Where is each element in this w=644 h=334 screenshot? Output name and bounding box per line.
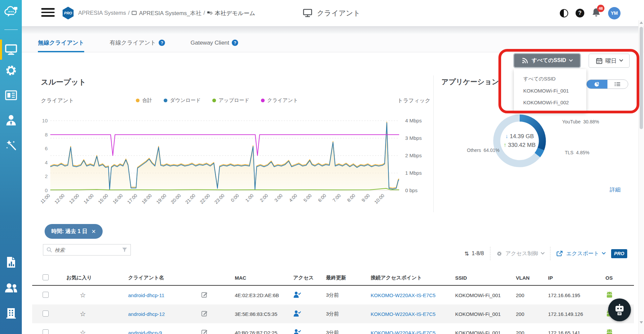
sidebar-item-wizard[interactable]: [0, 135, 22, 154]
sidebar-item-users[interactable]: [0, 278, 22, 297]
header-access-point[interactable]: 接続アクセスポイント: [371, 275, 455, 281]
favorite-star-icon[interactable]: ☆: [80, 329, 86, 334]
dark-mode-toggle-icon[interactable]: [560, 9, 568, 17]
header-ssid[interactable]: SSID: [455, 275, 516, 281]
scroll-down-arrow[interactable]: [640, 321, 643, 324]
row-range: ⇅ 1-8/8: [465, 250, 484, 257]
row-checkbox[interactable]: [43, 292, 49, 298]
list-view-button[interactable]: [607, 80, 628, 89]
sidebar: [0, 0, 22, 334]
help-icon[interactable]: ?: [232, 40, 238, 46]
sidebar-item-news[interactable]: [0, 86, 22, 105]
svg-text:23:00: 23:00: [213, 193, 225, 205]
row-checkbox[interactable]: [43, 329, 49, 334]
svg-text:15:00: 15:00: [97, 193, 109, 205]
header-access[interactable]: アクセス: [293, 275, 326, 281]
filter-funnel-icon[interactable]: [122, 247, 127, 252]
vertical-scrollbar[interactable]: [638, 20, 644, 334]
hamburger-menu-button[interactable]: [41, 8, 55, 17]
notifications-button[interactable]: 48: [592, 8, 601, 19]
export-label: エクスポート: [566, 250, 599, 257]
export-button[interactable]: エクスポート: [556, 250, 605, 257]
client-os: [605, 291, 634, 299]
chevron-down-icon: [602, 251, 605, 255]
time-filter-chip[interactable]: 時間: 過去 1 日 ✕: [45, 224, 103, 239]
breadcrumb-org[interactable]: APRESIA Systems: [78, 10, 126, 16]
favorite-star-icon[interactable]: ☆: [80, 310, 86, 318]
pro-feature-badge: PRO: [611, 249, 627, 258]
ssid-option-002[interactable]: KOKOMOWi-Fi_002: [514, 97, 586, 108]
client-name-link[interactable]: android-dhcp-12: [128, 311, 165, 317]
svg-text:14:00: 14:00: [83, 193, 95, 205]
header-ip[interactable]: IP: [548, 275, 605, 281]
sidebar-item-reports[interactable]: [0, 253, 22, 272]
legend-item-upload[interactable]: アップロード: [212, 97, 250, 104]
svg-text:13:00: 13:00: [68, 193, 80, 205]
breadcrumb-site[interactable]: APRESIA Systems_本社: [139, 9, 201, 17]
svg-text:7:00: 7:00: [331, 193, 342, 203]
edit-client-button[interactable]: [201, 291, 235, 299]
legend-dot: [212, 99, 216, 102]
access-control-button[interactable]: アクセス制御: [496, 250, 544, 257]
legend-item-total[interactable]: 合計: [136, 97, 152, 104]
header-vlan[interactable]: VLAN: [516, 275, 548, 281]
edit-icon: [201, 329, 208, 334]
favorite-star-icon[interactable]: ☆: [80, 291, 86, 299]
user-avatar[interactable]: YM: [608, 7, 621, 19]
legend-item-download[interactable]: ダウンロード: [164, 97, 201, 104]
legend-item-clients[interactable]: クライアント: [261, 97, 298, 104]
people-icon: [4, 283, 18, 293]
ssid-option-all[interactable]: すべてのSSID: [514, 73, 586, 85]
sidebar-item-admin[interactable]: [0, 111, 22, 129]
table-row[interactable]: ☆android-dhcp-123E:5E:86:83:C5:353分前KOKO…: [32, 304, 634, 323]
client-name-link[interactable]: android-dhcp-11: [128, 292, 164, 298]
breadcrumb-room[interactable]: 本社デモルーム: [215, 9, 255, 17]
header-os[interactable]: OS: [605, 275, 634, 281]
scroll-up-arrow[interactable]: [640, 21, 643, 24]
svg-text:2:00: 2:00: [259, 193, 269, 203]
period-filter-value: 曜日: [605, 57, 617, 65]
donut-view-button[interactable]: [587, 80, 607, 89]
tab-gateway-client[interactable]: Gateway Client ?: [191, 34, 238, 52]
client-name-link[interactable]: android-dhcp-9: [128, 330, 162, 334]
access-granted-icon: [293, 310, 301, 317]
edit-client-button[interactable]: [201, 310, 235, 318]
android-icon: [605, 291, 613, 298]
upload-arrow-icon: ↑: [503, 142, 506, 148]
tab-wired-clients[interactable]: 有線クライアント ?: [110, 34, 165, 52]
row-checkbox[interactable]: [43, 311, 49, 317]
period-filter-dropdown[interactable]: 曜日: [589, 54, 630, 68]
header-client-name[interactable]: クライアント名: [128, 275, 201, 281]
edit-client-button[interactable]: [201, 329, 235, 334]
export-icon: [556, 250, 563, 257]
ssid-option-001[interactable]: KOKOMOWi-Fi_001: [514, 85, 586, 97]
table-row[interactable]: ☆android-dhcp-114E:02:E3:2D:AE:6B3分前KOKO…: [32, 286, 634, 304]
sidebar-item-sites[interactable]: [0, 304, 22, 323]
select-all-checkbox[interactable]: [43, 274, 49, 280]
svg-text:3:00: 3:00: [273, 193, 284, 203]
app-logo-icon[interactable]: [0, 3, 22, 21]
chatbot-fab-button[interactable]: [608, 298, 631, 321]
top-header: PRO APRESIA Systems / APRESIA Systems_本社…: [22, 0, 644, 26]
help-icon[interactable]: ?: [159, 40, 165, 46]
sidebar-item-settings[interactable]: [0, 61, 22, 80]
access-point-link[interactable]: KOKOMO-W220AX-IS-E7C5: [371, 330, 435, 334]
header-last-updated[interactable]: 最終更新: [326, 275, 371, 281]
search-input[interactable]: [55, 247, 119, 253]
sidebar-item-clients[interactable]: [0, 40, 22, 59]
ssid-filter-dropdown[interactable]: すべてのSSID: [513, 53, 581, 68]
svg-text:1:00: 1:00: [244, 193, 255, 203]
help-icon[interactable]: ?: [576, 9, 584, 17]
scrollbar-thumb[interactable]: [640, 27, 643, 129]
access-granted-icon: [293, 329, 301, 334]
tab-wireless-clients[interactable]: 無線クライアント: [38, 34, 84, 52]
svg-text:11:00: 11:00: [41, 193, 51, 205]
access-point-link[interactable]: KOKOMO-W220AX-IS-E7C5: [371, 311, 435, 317]
header-favorite[interactable]: お気に入り: [66, 275, 128, 281]
access-point-link[interactable]: KOKOMO-W220AX-IS-E7C5: [371, 292, 435, 298]
chip-close-icon[interactable]: ✕: [92, 228, 96, 235]
detail-link[interactable]: 詳細: [610, 186, 621, 193]
header-mac[interactable]: MAC: [235, 275, 293, 281]
table-row[interactable]: ☆android-dhcp-940:B0:76:B7:D2:253分前KOKOM…: [32, 323, 634, 334]
robot-icon: [614, 304, 625, 316]
